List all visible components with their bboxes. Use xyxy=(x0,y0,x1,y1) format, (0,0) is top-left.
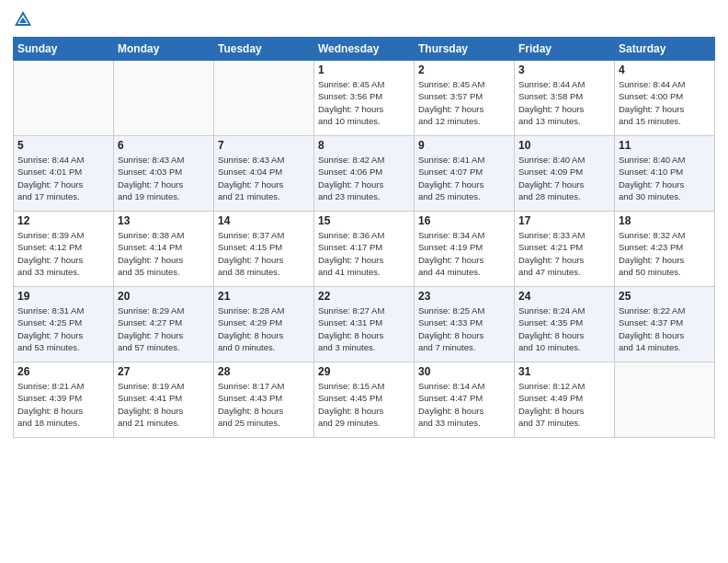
day-info: Sunrise: 8:12 AM Sunset: 4:49 PM Dayligh… xyxy=(518,380,610,429)
day-info: Sunrise: 8:40 AM Sunset: 4:09 PM Dayligh… xyxy=(518,154,610,202)
day-info: Sunrise: 8:29 AM Sunset: 4:27 PM Dayligh… xyxy=(118,304,210,353)
day-number: 19 xyxy=(17,290,109,303)
header xyxy=(13,9,715,29)
day-number: 20 xyxy=(118,290,210,303)
calendar-cell: 14Sunrise: 8:37 AM Sunset: 4:15 PM Dayli… xyxy=(214,212,314,287)
day-info: Sunrise: 8:37 AM Sunset: 4:15 PM Dayligh… xyxy=(218,229,310,278)
calendar-cell: 3Sunrise: 8:44 AM Sunset: 3:58 PM Daylig… xyxy=(515,61,615,136)
calendar-cell: 13Sunrise: 8:38 AM Sunset: 4:14 PM Dayli… xyxy=(114,212,214,287)
day-number: 6 xyxy=(118,139,210,152)
calendar-cell: 7Sunrise: 8:43 AM Sunset: 4:04 PM Daylig… xyxy=(214,136,314,212)
day-info: Sunrise: 8:39 AM Sunset: 4:12 PM Dayligh… xyxy=(17,229,109,278)
day-info: Sunrise: 8:28 AM Sunset: 4:29 PM Dayligh… xyxy=(218,304,310,353)
calendar-week-row: 26Sunrise: 8:21 AM Sunset: 4:39 PM Dayli… xyxy=(14,362,715,438)
day-number: 5 xyxy=(17,139,109,152)
day-number: 15 xyxy=(318,214,410,227)
day-number: 31 xyxy=(518,365,610,378)
calendar-cell: 19Sunrise: 8:31 AM Sunset: 4:25 PM Dayli… xyxy=(14,287,114,362)
calendar-header-tuesday: Tuesday xyxy=(214,38,314,61)
day-info: Sunrise: 8:17 AM Sunset: 4:43 PM Dayligh… xyxy=(218,380,310,429)
day-number: 30 xyxy=(418,365,510,378)
calendar-cell: 12Sunrise: 8:39 AM Sunset: 4:12 PM Dayli… xyxy=(14,212,114,287)
day-number: 12 xyxy=(17,214,109,227)
calendar-cell xyxy=(615,362,715,438)
day-info: Sunrise: 8:31 AM Sunset: 4:25 PM Dayligh… xyxy=(17,304,109,353)
day-number: 21 xyxy=(218,290,310,303)
day-info: Sunrise: 8:36 AM Sunset: 4:17 PM Dayligh… xyxy=(318,229,410,278)
calendar-week-row: 19Sunrise: 8:31 AM Sunset: 4:25 PM Dayli… xyxy=(14,287,715,362)
day-info: Sunrise: 8:45 AM Sunset: 3:56 PM Dayligh… xyxy=(318,78,410,127)
day-info: Sunrise: 8:43 AM Sunset: 4:03 PM Dayligh… xyxy=(118,154,210,202)
day-info: Sunrise: 8:44 AM Sunset: 4:01 PM Dayligh… xyxy=(17,154,109,202)
calendar-cell: 8Sunrise: 8:42 AM Sunset: 4:06 PM Daylig… xyxy=(314,136,415,212)
calendar-cell: 29Sunrise: 8:15 AM Sunset: 4:45 PM Dayli… xyxy=(314,362,415,438)
day-info: Sunrise: 8:32 AM Sunset: 4:23 PM Dayligh… xyxy=(619,229,711,278)
calendar-cell: 1Sunrise: 8:45 AM Sunset: 3:56 PM Daylig… xyxy=(314,61,415,136)
day-info: Sunrise: 8:21 AM Sunset: 4:39 PM Dayligh… xyxy=(17,380,109,429)
day-info: Sunrise: 8:14 AM Sunset: 4:47 PM Dayligh… xyxy=(418,380,510,429)
calendar-cell: 20Sunrise: 8:29 AM Sunset: 4:27 PM Dayli… xyxy=(114,287,214,362)
calendar-cell: 21Sunrise: 8:28 AM Sunset: 4:29 PM Dayli… xyxy=(214,287,314,362)
calendar-cell: 4Sunrise: 8:44 AM Sunset: 4:00 PM Daylig… xyxy=(615,61,715,136)
day-info: Sunrise: 8:41 AM Sunset: 4:07 PM Dayligh… xyxy=(418,154,510,202)
day-number: 8 xyxy=(318,139,410,152)
calendar-week-row: 5Sunrise: 8:44 AM Sunset: 4:01 PM Daylig… xyxy=(14,136,715,212)
calendar-header-monday: Monday xyxy=(114,38,214,61)
day-info: Sunrise: 8:40 AM Sunset: 4:10 PM Dayligh… xyxy=(619,154,711,202)
day-number: 17 xyxy=(518,214,610,227)
calendar-cell: 22Sunrise: 8:27 AM Sunset: 4:31 PM Dayli… xyxy=(314,287,415,362)
day-number: 26 xyxy=(17,365,109,378)
day-number: 23 xyxy=(418,290,510,303)
day-info: Sunrise: 8:19 AM Sunset: 4:41 PM Dayligh… xyxy=(118,380,210,429)
day-info: Sunrise: 8:27 AM Sunset: 4:31 PM Dayligh… xyxy=(318,304,410,353)
day-info: Sunrise: 8:38 AM Sunset: 4:14 PM Dayligh… xyxy=(118,229,210,278)
day-number: 10 xyxy=(518,139,610,152)
calendar-cell: 27Sunrise: 8:19 AM Sunset: 4:41 PM Dayli… xyxy=(114,362,214,438)
day-number: 9 xyxy=(418,139,510,152)
day-number: 18 xyxy=(619,214,711,227)
day-info: Sunrise: 8:25 AM Sunset: 4:33 PM Dayligh… xyxy=(418,304,510,353)
calendar-cell: 28Sunrise: 8:17 AM Sunset: 4:43 PM Dayli… xyxy=(214,362,314,438)
calendar-week-row: 12Sunrise: 8:39 AM Sunset: 4:12 PM Dayli… xyxy=(14,212,715,287)
day-number: 28 xyxy=(218,365,310,378)
day-number: 22 xyxy=(318,290,410,303)
calendar-cell: 5Sunrise: 8:44 AM Sunset: 4:01 PM Daylig… xyxy=(14,136,114,212)
calendar-cell: 30Sunrise: 8:14 AM Sunset: 4:47 PM Dayli… xyxy=(415,362,515,438)
calendar-cell: 24Sunrise: 8:24 AM Sunset: 4:35 PM Dayli… xyxy=(515,287,615,362)
calendar-cell: 11Sunrise: 8:40 AM Sunset: 4:10 PM Dayli… xyxy=(615,136,715,212)
day-number: 7 xyxy=(218,139,310,152)
day-number: 24 xyxy=(518,290,610,303)
calendar-cell: 10Sunrise: 8:40 AM Sunset: 4:09 PM Dayli… xyxy=(515,136,615,212)
day-number: 2 xyxy=(418,63,510,76)
logo-icon xyxy=(13,9,33,29)
calendar-cell xyxy=(214,61,314,136)
logo xyxy=(13,9,35,29)
calendar-cell: 15Sunrise: 8:36 AM Sunset: 4:17 PM Dayli… xyxy=(314,212,415,287)
page: SundayMondayTuesdayWednesdayThursdayFrid… xyxy=(0,0,728,563)
day-info: Sunrise: 8:22 AM Sunset: 4:37 PM Dayligh… xyxy=(619,304,711,353)
calendar-cell: 2Sunrise: 8:45 AM Sunset: 3:57 PM Daylig… xyxy=(415,61,515,136)
day-info: Sunrise: 8:15 AM Sunset: 4:45 PM Dayligh… xyxy=(318,380,410,429)
calendar-header-sunday: Sunday xyxy=(14,38,114,61)
calendar-cell: 26Sunrise: 8:21 AM Sunset: 4:39 PM Dayli… xyxy=(14,362,114,438)
day-number: 27 xyxy=(118,365,210,378)
calendar-cell: 16Sunrise: 8:34 AM Sunset: 4:19 PM Dayli… xyxy=(415,212,515,287)
day-info: Sunrise: 8:44 AM Sunset: 3:58 PM Dayligh… xyxy=(518,78,610,127)
calendar-header-saturday: Saturday xyxy=(615,38,715,61)
calendar-cell xyxy=(114,61,214,136)
day-info: Sunrise: 8:42 AM Sunset: 4:06 PM Dayligh… xyxy=(318,154,410,202)
calendar-header-friday: Friday xyxy=(515,38,615,61)
day-number: 3 xyxy=(518,63,610,76)
calendar-cell xyxy=(14,61,114,136)
calendar-cell: 17Sunrise: 8:33 AM Sunset: 4:21 PM Dayli… xyxy=(515,212,615,287)
calendar-cell: 18Sunrise: 8:32 AM Sunset: 4:23 PM Dayli… xyxy=(615,212,715,287)
calendar-week-row: 1Sunrise: 8:45 AM Sunset: 3:56 PM Daylig… xyxy=(14,61,715,136)
day-info: Sunrise: 8:45 AM Sunset: 3:57 PM Dayligh… xyxy=(418,78,510,127)
calendar-cell: 23Sunrise: 8:25 AM Sunset: 4:33 PM Dayli… xyxy=(415,287,515,362)
day-info: Sunrise: 8:24 AM Sunset: 4:35 PM Dayligh… xyxy=(518,304,610,353)
day-info: Sunrise: 8:43 AM Sunset: 4:04 PM Dayligh… xyxy=(218,154,310,202)
day-number: 16 xyxy=(418,214,510,227)
day-number: 29 xyxy=(318,365,410,378)
calendar-header-thursday: Thursday xyxy=(415,38,515,61)
calendar: SundayMondayTuesdayWednesdayThursdayFrid… xyxy=(13,37,715,438)
